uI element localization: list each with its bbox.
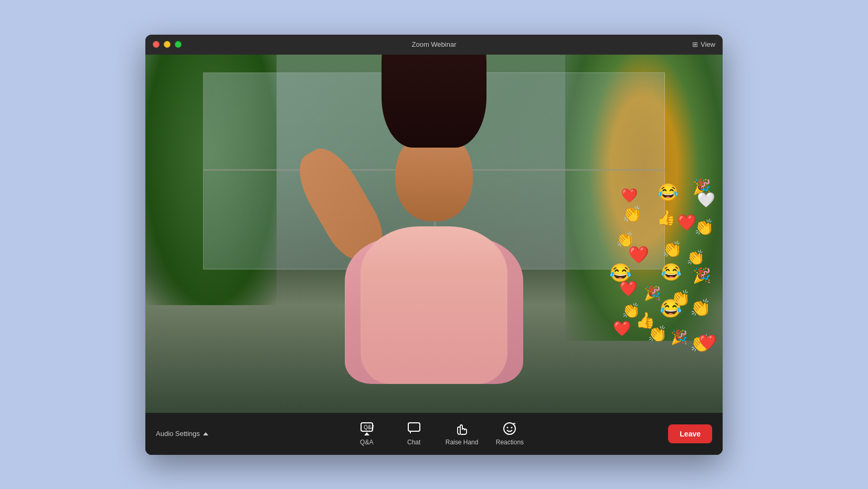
reactions-icon — [502, 421, 517, 436]
svg-point-3 — [504, 423, 515, 434]
chat-label: Chat — [407, 439, 420, 446]
raise-hand-label: Raise Hand — [446, 439, 479, 446]
minimize-button[interactable] — [164, 41, 171, 48]
qa-button[interactable]: Q&A Q&A — [351, 421, 383, 446]
svg-point-5 — [511, 427, 513, 429]
view-button[interactable]: ⊞ View — [692, 40, 715, 48]
audio-settings-label: Audio Settings — [156, 430, 200, 438]
chevron-up-icon — [203, 432, 208, 435]
leave-button[interactable]: Leave — [668, 424, 712, 443]
audio-settings-button[interactable]: Audio Settings — [156, 430, 208, 438]
svg-point-4 — [507, 427, 509, 429]
reactions-label: Reactions — [496, 439, 524, 446]
window-title: Zoom Webinar — [411, 40, 456, 48]
video-area: ❤️😂🎉🤍👏👍❤️👏👏👏❤️👏😂😂🎉❤️🎉👏😂👏👏👍❤️👏🎉👏❤️ — [145, 55, 723, 413]
raise-hand-button[interactable]: Raise Hand — [446, 421, 479, 446]
toolbar-center: Q&A Q&A Chat — [208, 421, 668, 446]
raise-hand-icon — [454, 421, 469, 436]
toolbar-right: Leave — [668, 424, 712, 443]
svg-rect-2 — [408, 423, 420, 431]
chat-button[interactable]: Chat — [398, 421, 430, 446]
toolbar-left: Audio Settings — [156, 430, 208, 438]
view-icon: ⊞ — [692, 40, 698, 48]
qa-label: Q&A — [360, 439, 373, 446]
reactions-button[interactable]: Reactions — [494, 421, 525, 446]
view-label: View — [701, 40, 715, 48]
person-figure — [303, 58, 565, 384]
zoom-window: Zoom Webinar ⊞ View ❤️😂🎉🤍👏👍❤️👏👏👏❤️� — [145, 35, 723, 455]
person-hair — [382, 55, 486, 148]
person-body — [361, 226, 507, 384]
svg-text:Q&A: Q&A — [364, 424, 374, 430]
qa-icon: Q&A — [359, 421, 374, 436]
title-bar: Zoom Webinar ⊞ View — [145, 35, 723, 55]
chat-icon — [407, 421, 421, 436]
close-button[interactable] — [153, 41, 160, 48]
toolbar: Audio Settings Q&A Q&A — [145, 413, 723, 455]
traffic-lights — [153, 41, 182, 48]
maximize-button[interactable] — [175, 41, 182, 48]
